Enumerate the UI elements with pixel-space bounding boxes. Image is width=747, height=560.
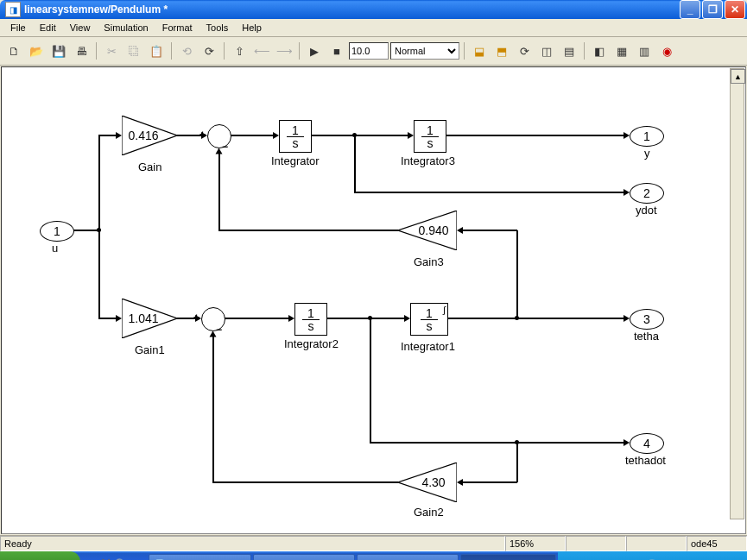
run-button[interactable]: ▶ [304, 41, 325, 61]
menu-simulation[interactable]: Simulation [97, 21, 155, 35]
sum-block-bottom[interactable]: + − [201, 307, 225, 331]
menu-edit[interactable]: Edit [33, 21, 63, 35]
nav-back-button[interactable]: ⟵ [251, 41, 272, 61]
stop-button[interactable]: ■ [326, 41, 347, 61]
undo-button[interactable]: ⟲ [176, 41, 197, 61]
integrator2-block[interactable]: 1 s [294, 303, 327, 336]
copy-button[interactable]: ⿻ [123, 41, 144, 61]
gain1-label: Gain1 [135, 343, 165, 356]
integrator3-num: 1 [421, 124, 439, 137]
outport-ydot[interactable]: 2 [630, 183, 664, 204]
integrator3-block[interactable]: 1 s [414, 120, 446, 153]
taskbar-item-simulink2[interactable]: ◨linearsystemne... [460, 554, 556, 560]
wire [98, 230, 100, 318]
outport-tetha-label: tetha [634, 330, 659, 343]
wire [98, 135, 116, 136]
wire [98, 318, 116, 319]
gain3-value: 0.940 [418, 223, 448, 237]
target-button[interactable]: ◉ [656, 41, 677, 61]
model-config-button[interactable]: ◧ [589, 41, 610, 61]
paste-button[interactable]: 📋 [146, 41, 167, 61]
wire [177, 318, 195, 319]
titlebar: ◨ linearsystemnew/Pendulum * _ ❐ ✕ [0, 0, 747, 19]
wire [212, 336, 214, 482]
arrowhead-icon [195, 315, 201, 322]
wire [447, 318, 624, 319]
integrator2-den: s [303, 320, 320, 332]
vertical-scrollbar[interactable]: ▲ [730, 68, 744, 519]
model-explorer-button[interactable]: ◫ [536, 41, 557, 61]
save-button[interactable]: 💾 [48, 41, 69, 61]
arrowhead-icon [404, 315, 410, 322]
debug-button[interactable]: ▥ [634, 41, 655, 61]
status-bar: Ready 156% ode45 [0, 535, 747, 551]
arrowhead-icon [624, 439, 630, 446]
taskbar-item-word[interactable]: 📄Έγγραφο1 - Mic... [149, 554, 252, 560]
gain1-block[interactable]: 1.041 [122, 299, 177, 338]
integrator3-label: Integrator3 [401, 154, 455, 167]
arrowhead-icon [624, 189, 630, 196]
integrator1-block[interactable]: 1 s ∫ [410, 303, 448, 336]
sim-mode-select[interactable]: Normal [390, 42, 459, 60]
library-browser-button[interactable]: ▤ [559, 41, 579, 61]
menu-format[interactable]: Format [155, 21, 199, 35]
gain-block[interactable]: 0.416 [122, 116, 177, 155]
outport-tetha[interactable]: 3 [630, 309, 664, 330]
outport-ydot-label: ydot [636, 204, 657, 217]
build-button[interactable]: ⬓ [469, 41, 490, 61]
wire [225, 318, 288, 319]
menu-help[interactable]: Help [235, 21, 269, 35]
outport-tethadot[interactable]: 4 [630, 433, 664, 454]
status-ready: Ready [0, 536, 505, 551]
menu-view[interactable]: View [63, 21, 98, 35]
nav-fwd-button[interactable]: ⟶ [274, 41, 294, 61]
signal-builder-button[interactable]: ▦ [611, 41, 632, 61]
cut-button[interactable]: ✂ [101, 41, 122, 61]
status-empty2 [626, 536, 687, 551]
gain3-label: Gain3 [414, 255, 444, 268]
gain2-block[interactable]: 4.30 [398, 462, 457, 502]
integrator1-den: s [421, 320, 438, 332]
integrator-block[interactable]: 1 s [279, 120, 312, 153]
wire [370, 318, 371, 443]
gain1-value: 1.041 [128, 311, 158, 325]
arrowhead-icon [210, 331, 217, 337]
sum-bot-minus: − [216, 324, 222, 336]
arrowhead-icon [201, 132, 207, 139]
menu-file[interactable]: File [3, 21, 33, 35]
gain3-block[interactable]: 0.940 [398, 211, 457, 250]
integrator1-ic-icon: ∫ [443, 305, 446, 315]
minimize-button[interactable]: _ [680, 0, 700, 19]
maximize-button[interactable]: ❐ [702, 0, 723, 19]
start-button[interactable]: ⊞έναρξη [0, 551, 80, 560]
wire [516, 230, 518, 318]
redo-button[interactable]: ⟳ [199, 41, 219, 61]
wire [463, 481, 517, 483]
nav-up-button[interactable]: ⇧ [229, 41, 250, 61]
menu-tools[interactable]: Tools [199, 21, 236, 35]
print-button[interactable]: 🖶 [71, 41, 92, 61]
wire [212, 481, 398, 483]
build-incr-button[interactable]: ⬒ [491, 41, 512, 61]
refresh-button[interactable]: ⟳ [514, 41, 535, 61]
taskbar-item-simulink1[interactable]: ◨linearsystemnew * [357, 554, 458, 560]
wire [231, 135, 273, 136]
outport-y[interactable]: 1 [630, 126, 664, 147]
gain-label: Gain [138, 160, 161, 173]
integrator2-num: 1 [302, 307, 320, 320]
gain2-label: Gain2 [414, 506, 444, 519]
inport-u[interactable]: 1 [40, 221, 74, 242]
close-button[interactable]: ✕ [725, 0, 745, 19]
integrator1-num: 1 [421, 307, 438, 320]
stop-time-input[interactable] [349, 42, 389, 60]
sum-block-top[interactable]: + − [207, 124, 231, 148]
menubar: File Edit View Simulation Format Tools H… [0, 19, 747, 37]
wire [218, 153, 220, 230]
taskbar-item-matlab[interactable]: ▲MATLAB 7.10.0 ... [253, 554, 355, 560]
new-button[interactable]: 🗋 [3, 41, 24, 61]
open-button[interactable]: 📂 [26, 41, 47, 61]
inport-u-badge: 1 [40, 221, 74, 242]
model-canvas[interactable]: 1 u 0.416 Gain 1.041 Gain1 0.940 Gain3 4… [1, 66, 746, 534]
scroll-up-icon[interactable]: ▲ [731, 69, 745, 84]
system-tray: EN Διεύθυνση 🖧 🔊 ▮▮▯ ◑ 🛡 6:37 μμ [558, 551, 747, 560]
